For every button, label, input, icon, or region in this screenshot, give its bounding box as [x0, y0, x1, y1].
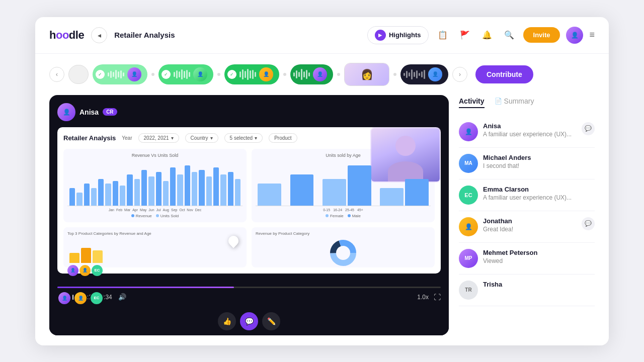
activity-text-mehmet: Viewed	[483, 257, 595, 264]
highlights-button[interactable]: ▶ Highlights	[367, 26, 429, 44]
clip-placeholder	[68, 65, 89, 84]
activity-name-jonathan: Jonathan	[483, 217, 577, 225]
menu-icon[interactable]: ≡	[589, 30, 595, 40]
activity-text-jonathan: Great Idea!	[483, 226, 577, 233]
chart1-area	[67, 161, 243, 206]
avatar-jonathan: 👤	[459, 217, 478, 236]
controls-right: 1.0x ⛶	[417, 293, 441, 301]
video-presenter: 👤 Anisa CR	[57, 103, 441, 121]
clip-waveform-4	[293, 68, 310, 80]
activity-name-mehmet: Mehmet Peterson	[483, 249, 595, 256]
activity-content-mehmet: Mehmet Peterson Viewed	[483, 249, 595, 264]
like-button[interactable]: 👍	[218, 312, 236, 330]
clip-item-2[interactable]: ✓ 👤	[158, 64, 213, 84]
clip-waveform-1	[108, 68, 124, 80]
activity-list: 👤 Anisa A familiar user experience (UX).…	[459, 116, 595, 306]
presenter-badge: CR	[103, 108, 117, 116]
participant-avatar-ec: EC	[90, 291, 104, 305]
video-controls: ⏮ ⏸ 0:16 / 0:34 🔊 1.0x ⛶	[49, 287, 449, 307]
activity-panel: Activity 📄 Summary 👤 Anisa A familiar us…	[459, 95, 595, 335]
speed-badge[interactable]: 1.0x	[417, 294, 429, 301]
activity-item-trisha: TR Trisha	[459, 275, 595, 306]
invite-button[interactable]: Invite	[523, 27, 560, 43]
lower-charts: Top 3 Product Categories by Revenue and …	[63, 227, 435, 267]
clips-prev-button[interactable]: ‹	[49, 67, 64, 82]
document-icon[interactable]: 📋	[435, 27, 451, 43]
clip-avatar-1: 👤	[127, 67, 141, 81]
highlights-play-icon: ▶	[375, 30, 386, 41]
back-button[interactable]: ◂	[91, 27, 107, 43]
activity-content-trisha: Trisha	[483, 281, 595, 288]
volume-button[interactable]: 🔊	[118, 293, 126, 301]
bell-icon[interactable]: 🔔	[479, 27, 495, 43]
progress-fill	[57, 287, 234, 288]
comment-button[interactable]: 💬	[240, 312, 258, 330]
activity-name-emma: Emma Clarson	[483, 186, 595, 193]
video-inner: 👤 Anisa CR Retailer Analysis Year 2022, …	[49, 95, 449, 287]
activity-text-emma: A familiar user experience (UX)...	[483, 194, 595, 201]
activity-content-anisa: Anisa A familiar user experience (UX)...	[483, 122, 577, 138]
filter-year[interactable]: 2022, 2021 ▾	[138, 133, 179, 143]
clip-check-1: ✓	[96, 70, 105, 79]
dot-divider-1	[151, 73, 154, 76]
tab-summary[interactable]: 📄 Summary	[495, 97, 534, 108]
activity-content-emma: Emma Clarson A familiar user experience …	[483, 186, 595, 201]
video-toolbar: 👍 💬 ✏️	[49, 307, 449, 335]
user-avatar[interactable]: 👤	[566, 27, 583, 44]
search-icon[interactable]: 🔍	[501, 27, 517, 43]
draw-button[interactable]: ✏️	[262, 312, 280, 330]
logo: hoodle	[49, 29, 84, 42]
dashboard-title: Retailer Analysis	[63, 134, 116, 142]
presenter-avatar: 👤	[57, 103, 75, 121]
main-content: 👤 Anisa CR Retailer Analysis Year 2022, …	[35, 95, 609, 345]
comment-icon-jonathan[interactable]: 💬	[582, 217, 595, 230]
filter-product[interactable]: Product	[269, 133, 297, 143]
activity-item-michael: MA Michael Anders I second that!	[459, 148, 595, 179]
chart1-legend: Revenue Units Sold	[67, 214, 243, 218]
chart-revenue-category: Revenue by Product Category	[252, 227, 435, 267]
activity-tabs: Activity 📄 Summary	[459, 95, 595, 108]
activity-name-anisa: Anisa	[483, 122, 577, 130]
contribute-button[interactable]: Contribute	[475, 65, 533, 83]
avatar-trisha: TR	[459, 281, 478, 300]
clip-item-1[interactable]: ✓ 👤	[93, 64, 147, 84]
comment-icon-anisa[interactable]: 💬	[582, 122, 595, 135]
activity-item-anisa: 👤 Anisa A familiar user experience (UX).…	[459, 116, 595, 148]
filter-country[interactable]: Country ▾	[185, 133, 218, 143]
avatar-mehmet: MP	[459, 249, 478, 268]
chart2-legend: Female Male	[256, 214, 431, 218]
participant-avatar-2: 👤	[73, 291, 88, 305]
clip-item-3[interactable]: ✓ 👤	[224, 64, 279, 84]
activity-content-michael: Michael Anders I second that!	[483, 154, 595, 169]
progress-bar[interactable]	[57, 287, 441, 288]
clip-waveform-2	[174, 68, 190, 80]
filter-selected[interactable]: 5 selected ▾	[224, 133, 263, 143]
clips-row: ‹ ✓ 👤 ✓	[35, 54, 609, 95]
chart-product-categories: Top 3 Product Categories by Revenue and …	[63, 227, 247, 267]
chart4-title: Revenue by Product Category	[256, 231, 431, 236]
controls-row: ⏮ ⏸ 0:16 / 0:34 🔊 1.0x ⛶	[57, 293, 441, 301]
tab-activity[interactable]: Activity	[459, 97, 485, 108]
avatar-emma: EC	[459, 186, 478, 205]
dashboard-area: Retailer Analysis Year 2022, 2021 ▾ Coun…	[57, 127, 441, 274]
clips-next-button[interactable]: ›	[452, 67, 467, 82]
activity-item-mehmet: MP Mehmet Peterson Viewed	[459, 243, 595, 275]
bottom-participants: 👤 👤 EC	[57, 291, 104, 305]
clip-item-4[interactable]: 👤	[290, 64, 333, 84]
activity-item-jonathan: 👤 Jonathan Great Idea! 💬	[459, 211, 595, 243]
chart1-title: Revenue Vs Units Sold	[67, 153, 243, 158]
activity-name-trisha: Trisha	[483, 281, 595, 288]
activity-name-michael: Michael Anders	[483, 154, 595, 161]
dot-divider-2	[217, 73, 220, 76]
clip-item-5[interactable]: 👩	[344, 63, 389, 86]
activity-text-michael: I second that!	[483, 162, 595, 169]
clip-avatar-4: 👤	[313, 67, 327, 81]
avatar-anisa: 👤	[459, 122, 478, 141]
flag-icon[interactable]: 🚩	[457, 27, 473, 43]
header-right: ▶ Highlights 📋 🚩 🔔 🔍 Invite 👤 ≡	[367, 26, 595, 44]
clip-item-6[interactable]: 👤	[400, 64, 448, 84]
clip-check-3: ✓	[227, 70, 236, 79]
chart3-title: Top 3 Product Categories by Revenue and …	[67, 231, 243, 236]
chart2-area	[256, 161, 431, 206]
fullscreen-button[interactable]: ⛶	[434, 293, 441, 301]
